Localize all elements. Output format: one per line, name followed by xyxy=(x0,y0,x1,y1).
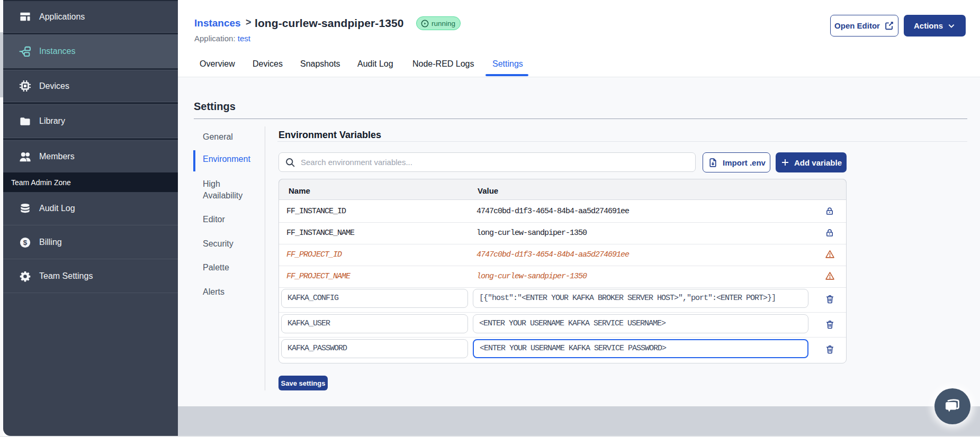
svg-text:$: $ xyxy=(23,239,28,247)
